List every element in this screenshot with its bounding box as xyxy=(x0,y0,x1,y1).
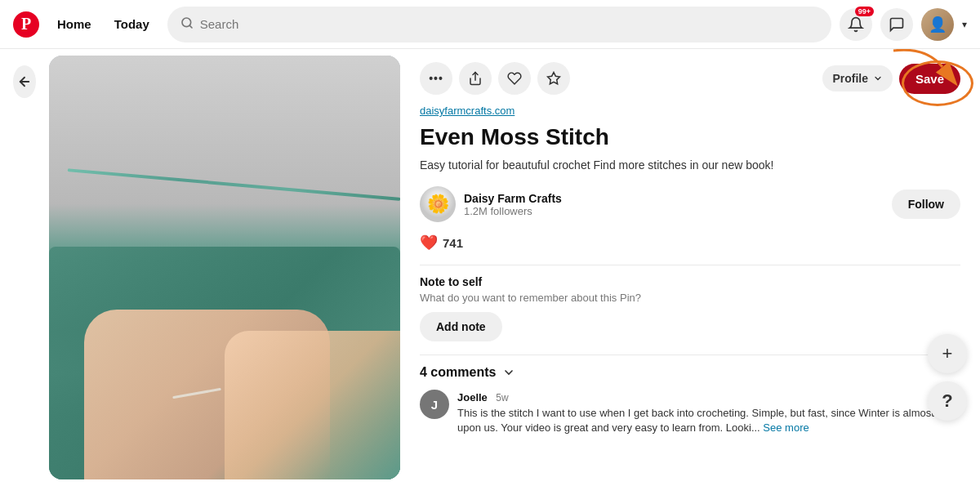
notifications-button[interactable]: 99+ xyxy=(840,8,872,41)
detail-panel: ••• Profile xyxy=(400,49,980,486)
comment-content: Joelle 5w This is the stitch I want to u… xyxy=(457,390,960,435)
detail-toolbar: ••• Profile xyxy=(420,62,960,95)
search-input[interactable] xyxy=(200,17,818,31)
comments-chevron-icon xyxy=(502,366,515,379)
author-followers: 1.2M followers xyxy=(464,205,884,217)
see-more-link[interactable]: See more xyxy=(763,421,808,434)
add-fab-button[interactable]: + xyxy=(928,334,967,373)
author-avatar-image: 🌼 xyxy=(420,186,456,222)
notification-badge: 99+ xyxy=(855,7,874,16)
main-content: ••• Profile xyxy=(0,49,980,486)
share-icon xyxy=(468,71,483,86)
pin-image xyxy=(49,56,400,479)
profile-dropdown-button[interactable]: Profile xyxy=(822,65,893,91)
author-info: Daisy Farm Crafts 1.2M followers xyxy=(464,192,884,217)
back-button[interactable] xyxy=(13,65,36,98)
author-avatar[interactable]: 🌼 xyxy=(420,186,456,222)
author-row: 🌼 Daisy Farm Crafts 1.2M followers Follo… xyxy=(420,186,960,222)
account-chevron[interactable]: ▾ xyxy=(962,19,967,30)
comments-count: 4 comments xyxy=(420,365,496,380)
follow-button[interactable]: Follow xyxy=(892,189,960,219)
heart-filled-icon: ❤️ xyxy=(420,234,438,252)
header: P Home Today 99+ 👤 ▾ xyxy=(0,0,980,49)
divider-1 xyxy=(420,265,960,265)
main-nav: Home Today xyxy=(47,11,159,38)
bookmark-icon xyxy=(546,71,561,86)
comments-header[interactable]: 4 comments xyxy=(420,365,960,380)
comment-text: This is the stitch I want to use when I … xyxy=(457,406,960,435)
profile-label: Profile xyxy=(832,72,868,85)
crochet-background xyxy=(49,56,400,479)
nav-today[interactable]: Today xyxy=(105,11,159,38)
fab-area: + ? xyxy=(928,334,967,421)
pinterest-logo[interactable]: P xyxy=(13,11,39,38)
help-fab-button[interactable]: ? xyxy=(928,381,967,421)
comment-item: J Joelle 5w This is the stitch I want to… xyxy=(420,390,960,435)
source-link[interactable]: daisyfarmcrafts.com xyxy=(420,105,960,117)
profile-chevron-icon xyxy=(873,74,883,83)
comment-author: Joelle xyxy=(457,391,488,404)
avatar-image: 👤 xyxy=(929,16,947,33)
like-button[interactable] xyxy=(498,62,531,95)
save-button[interactable]: Save xyxy=(899,64,960,94)
search-icon xyxy=(180,16,194,33)
comment-time: 5w xyxy=(496,392,508,404)
svg-line-1 xyxy=(189,25,192,28)
note-subtitle: What do you want to remember about this … xyxy=(420,292,960,304)
search-bar xyxy=(167,7,831,42)
svg-marker-5 xyxy=(548,73,560,84)
comment-avatar: J xyxy=(420,390,449,419)
author-name: Daisy Farm Crafts xyxy=(464,192,884,205)
messages-button[interactable] xyxy=(880,8,913,41)
add-note-button[interactable]: Add note xyxy=(420,312,502,341)
more-dots-icon: ••• xyxy=(429,72,443,85)
nav-home[interactable]: Home xyxy=(47,11,101,38)
likes-count: 741 xyxy=(443,236,463,250)
heart-outline-icon xyxy=(507,71,522,86)
note-title: Note to self xyxy=(420,275,960,288)
share-button[interactable] xyxy=(459,62,492,95)
more-options-button[interactable]: ••• xyxy=(420,62,452,95)
pin-title: Even Moss Stitch xyxy=(420,123,960,151)
note-section: Note to self What do you want to remembe… xyxy=(420,275,960,341)
hand-right xyxy=(225,331,400,479)
divider-2 xyxy=(420,354,960,355)
bookmark-button[interactable] xyxy=(537,62,570,95)
user-avatar-button[interactable]: 👤 xyxy=(921,8,954,41)
header-right: 99+ 👤 ▾ xyxy=(840,8,967,41)
left-panel xyxy=(0,49,49,486)
pin-description: Easy tutorial for beautuful crochet Find… xyxy=(420,158,960,174)
likes-row: ❤️ 741 xyxy=(420,234,960,252)
